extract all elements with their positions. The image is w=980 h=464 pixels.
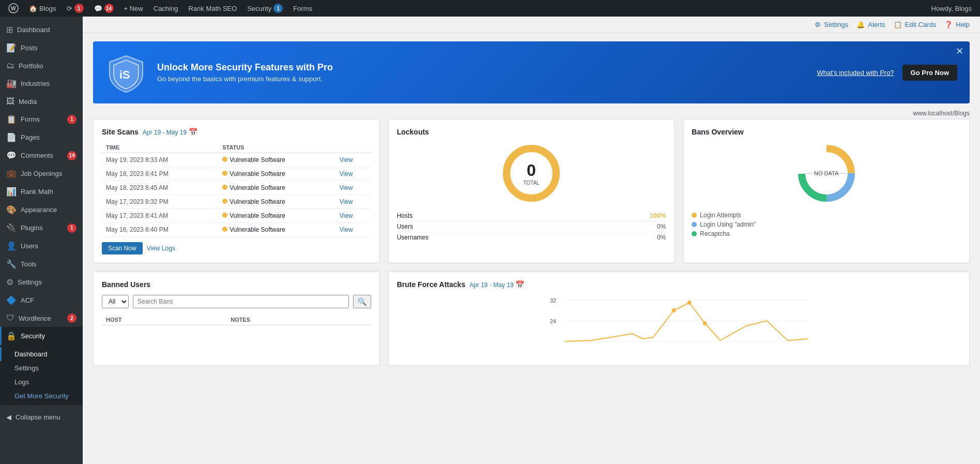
scan-view-link[interactable]: View [340,198,353,205]
adminbar-comments[interactable]: 💬 14 [90,0,118,17]
bans-legend-dot-1 [692,213,697,218]
status-dot [222,185,227,190]
sec-settings-label: Settings [14,364,39,372]
whats-included-link[interactable]: What's included with Pro? [817,69,894,77]
search-bans-input[interactable] [133,295,349,308]
svg-point-16 [702,321,707,325]
sidebar-appearance-label: Appearance [21,206,57,214]
sidebar-item-dashboard[interactable]: ⊞ Dashboard [0,21,83,39]
scan-view-link[interactable]: View [340,170,353,177]
sidebar-item-sec-settings[interactable]: Settings [0,361,83,375]
banned-users-header: Banned Users [102,280,371,289]
adminbar-forms-label: Forms [293,5,312,12]
sidebar-comments-label: Comments [21,152,53,159]
scan-view-link[interactable]: View [340,156,353,163]
bans-overview-title: Bans Overview [692,128,743,136]
adminbar-forms[interactable]: Forms [289,0,316,17]
sidebar-item-tools[interactable]: 🔧 Tools [0,255,83,273]
sidebar-item-portfolio[interactable]: 🗂 Portfolio [0,57,83,74]
scan-view-link[interactable]: View [340,212,353,219]
sidebar-tools-label: Tools [21,260,36,268]
adminbar-new[interactable]: + New [120,0,147,17]
sidebar-posts-label: Posts [21,44,38,52]
sidebar-item-industries[interactable]: 🏭 Industries [0,74,83,93]
promo-close-button[interactable]: ✕ [956,46,963,57]
sidebar-item-forms[interactable]: 📋 Forms 1 [0,110,83,128]
site-scans-title: Site Scans [102,128,139,136]
banned-users-empty-row [102,325,371,332]
bans-legend-recaptcha: Recaptcha [692,229,961,238]
settings-button[interactable]: ⚙ Settings [815,21,848,28]
adminbar-updates[interactable]: ⟳ 1 [63,0,88,17]
banned-users-table: HOST NOTES [102,315,371,332]
sidebar-wordfence-label: Wordfence [19,315,51,322]
adminbar-rankmath[interactable]: Rank Math SEO [184,0,241,17]
bans-donut-container: NO DATA [692,142,961,204]
sidebar-item-sec-logs[interactable]: Logs [0,375,83,389]
col-status: STATUS [218,142,335,153]
adminbar-security-label: Security [247,5,271,12]
svg-text:32: 32 [549,297,556,304]
col-notes: NOTES [226,315,371,325]
sidebar-item-media[interactable]: 🖼 Media [0,93,83,110]
bans-overview-header: Bans Overview [692,128,961,136]
scan-now-button[interactable]: Scan Now [102,242,143,255]
adminbar-new-label: + New [124,5,143,12]
scan-table-row: May 16, 2023 8:40 PM Vulnerable Software… [102,223,371,237]
site-scans-table-scroll[interactable]: TIME STATUS May 19, 2023 8:33 AM Vulnera… [102,142,371,237]
edit-cards-button[interactable]: 📋 Edit Cards [894,21,937,28]
sidebar-item-posts[interactable]: 📝 Posts [0,39,83,57]
adminbar-blogs[interactable]: 🏠 Blogs [25,0,60,17]
settings-header-icon: ⚙ [815,21,821,28]
adminbar-security[interactable]: Security 1 [243,0,287,17]
updates-icon: ⟳ [67,5,72,12]
alerts-button[interactable]: 🔔 Alerts [856,21,885,28]
lockouts-title: Lockouts [397,128,429,136]
search-bans-button[interactable]: 🔍 [353,295,371,308]
plugins-icon: 🔌 [6,223,17,233]
adminbar-user: Howdy, Blogs [927,5,976,12]
bans-legend-label-3: Recaptcha [700,230,729,237]
col-action [335,142,371,153]
svg-point-14 [671,308,676,312]
security-badge: 1 [273,4,283,13]
banned-users-filter-select[interactable]: All [102,295,129,308]
scan-view-link[interactable]: View [340,184,353,191]
sidebar-item-sec-dashboard[interactable]: Dashboard [0,347,83,361]
sidebar-item-plugins[interactable]: 🔌 Plugins 1 [0,219,83,237]
collapse-menu-button[interactable]: ◀ Collapse menu [0,409,83,425]
sidebar-plugins-label: Plugins [21,224,43,232]
adminbar-wp-logo[interactable]: W [4,0,23,17]
comments-sidebar-icon: 💬 [6,151,17,160]
adminbar-caching[interactable]: Caching [149,0,182,17]
sidebar-item-job-openings[interactable]: 💼 Job Openings [0,164,83,183]
scan-actions: Scan Now View Logs [102,242,371,255]
sidebar-item-acf[interactable]: 🔷 ACF [0,291,83,309]
adminbar-caching-label: Caching [154,5,178,12]
adminbar-rankmath-label: Rank Math SEO [188,5,237,12]
sidebar-rank-math-label: Rank Math [21,188,53,196]
sidebar-item-appearance[interactable]: 🎨 Appearance [0,201,83,219]
go-pro-button[interactable]: Go Pro Now [902,65,957,81]
sidebar-forms-label: Forms [21,115,40,123]
sidebar-item-comments[interactable]: 💬 Comments 14 [0,146,83,164]
sidebar-item-rank-math[interactable]: 📊 Rank Math [0,183,83,201]
brute-force-date[interactable]: Apr 19 - May 19 📅 [469,280,524,289]
sidebar-item-users[interactable]: 👤 Users [0,237,83,255]
get-more-security-link[interactable]: Get More Security [0,389,83,403]
scan-table-row: May 18, 2023 8:45 AM Vulnerable Software… [102,181,371,195]
wordfence-icon: 🛡 [6,313,14,323]
sidebar-item-security[interactable]: 🔒 Security [0,327,83,345]
donut-wrap: 0 TOTAL [500,142,562,204]
sidebar-item-wordfence[interactable]: 🛡 Wordfence 2 [0,309,83,327]
scan-view-link[interactable]: View [340,226,353,233]
bans-overview-card: Bans Overview NO DATA [683,119,970,263]
help-button[interactable]: ❓ Help [944,21,970,28]
donut-center: 0 TOTAL [523,161,539,186]
site-scans-date[interactable]: Apr 19 - May 19 📅 [143,128,197,136]
view-logs-link[interactable]: View Logs [147,245,175,252]
sidebar-item-pages[interactable]: 📄 Pages [0,128,83,146]
sidebar-item-settings[interactable]: ⚙ Settings [0,273,83,291]
scan-status: Vulnerable Software [218,167,335,181]
scan-time: May 18, 2023 8:45 AM [102,181,218,195]
